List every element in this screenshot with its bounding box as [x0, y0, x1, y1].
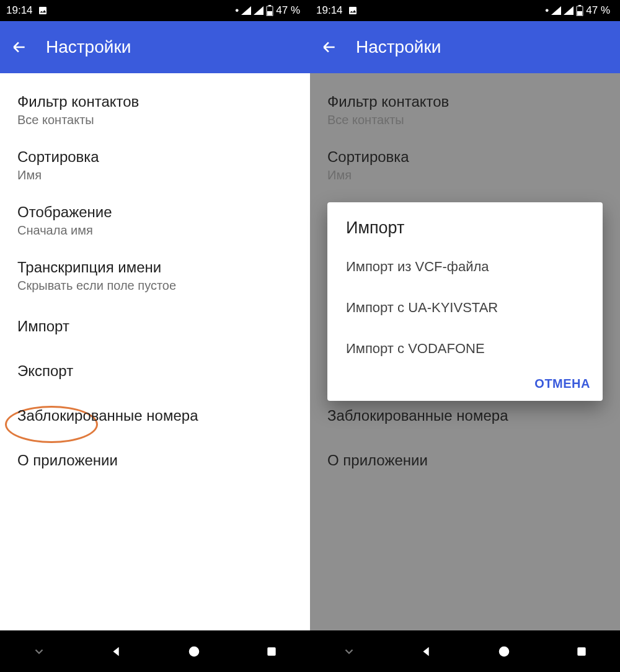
setting-subtitle: Имя	[17, 168, 293, 182]
import-dialog: Импорт Импорт из VCF-файла Импорт с UA-K…	[327, 202, 603, 401]
status-dot: •	[545, 4, 549, 17]
page-title: Настройки	[356, 37, 441, 57]
nav-back-icon[interactable]	[402, 645, 451, 658]
app-bar: Настройки	[0, 21, 310, 73]
setting-title: Сортировка	[17, 148, 293, 166]
status-dot: •	[235, 4, 239, 17]
setting-title: Заблокированные номера	[327, 407, 603, 424]
setting-about[interactable]: О приложении	[310, 438, 620, 483]
svg-rect-2	[268, 5, 271, 6]
svg-rect-6	[349, 7, 356, 14]
setting-about[interactable]: О приложении	[0, 438, 310, 483]
svg-rect-9	[577, 11, 582, 16]
signal-2-icon	[564, 6, 574, 15]
setting-subtitle: Все контакты	[17, 113, 293, 127]
dialog-option-vodafone[interactable]: Импорт с VODAFONE	[327, 328, 603, 369]
nav-back-icon[interactable]	[92, 645, 141, 658]
page-title: Настройки	[46, 37, 131, 57]
svg-point-10	[498, 646, 509, 656]
setting-phonetic[interactable]: Транскрипция имени Скрывать если поле пу…	[0, 249, 310, 304]
screenshot-icon	[38, 6, 48, 16]
svg-rect-5	[267, 647, 275, 655]
nav-recent-icon[interactable]	[557, 645, 606, 658]
nav-bar	[0, 630, 310, 672]
setting-title: Заблокированные номера	[17, 407, 293, 424]
setting-contact-filter[interactable]: Фильтр контактов Все контакты	[0, 83, 310, 138]
setting-subtitle: Имя	[327, 168, 603, 182]
dialog-title: Импорт	[327, 218, 603, 246]
nav-bar	[310, 630, 620, 672]
setting-subtitle: Все контакты	[327, 113, 603, 127]
svg-rect-11	[577, 647, 585, 655]
status-time: 19:14	[6, 4, 33, 17]
setting-title: Фильтр контактов	[327, 93, 603, 110]
setting-title: О приложении	[17, 452, 293, 469]
setting-title: Фильтр контактов	[17, 93, 293, 110]
nav-ime-icon[interactable]	[14, 645, 64, 658]
status-time: 19:14	[316, 4, 343, 17]
status-bar: 19:14 • 47 %	[310, 0, 620, 21]
setting-title: Экспорт	[17, 362, 293, 380]
screenshot-right: 19:14 • 47 % Настройки Фильтр конта	[310, 0, 620, 672]
setting-blocked[interactable]: Заблокированные номера	[0, 393, 310, 438]
screenshot-icon	[348, 6, 358, 16]
svg-rect-0	[39, 7, 46, 14]
status-battery-pct: 47 %	[276, 4, 300, 17]
settings-list[interactable]: Фильтр контактов Все контакты Сортировка…	[0, 73, 310, 630]
setting-title: Отображение	[17, 204, 293, 221]
battery-icon	[266, 5, 273, 16]
screenshot-left: 19:14 • 47 % Настройки Фильтр конта	[0, 0, 310, 672]
setting-title: Импорт	[17, 318, 293, 335]
back-icon[interactable]	[11, 39, 27, 55]
setting-title: Транскрипция имени	[17, 259, 293, 276]
battery-icon	[576, 5, 583, 16]
svg-rect-8	[578, 5, 581, 6]
app-bar: Настройки	[310, 21, 620, 73]
setting-sort[interactable]: Сортировка Имя	[0, 138, 310, 194]
setting-title: Сортировка	[327, 148, 603, 166]
setting-import[interactable]: Импорт	[0, 304, 310, 349]
setting-subtitle: Сначала имя	[17, 223, 293, 238]
status-bar: 19:14 • 47 %	[0, 0, 310, 21]
setting-export[interactable]: Экспорт	[0, 349, 310, 393]
nav-home-icon[interactable]	[479, 645, 529, 658]
svg-point-4	[188, 646, 199, 656]
signal-1-icon	[241, 6, 251, 15]
signal-1-icon	[551, 6, 561, 15]
nav-ime-icon[interactable]	[324, 645, 374, 658]
nav-recent-icon[interactable]	[247, 645, 296, 658]
status-battery-pct: 47 %	[586, 4, 610, 17]
dialog-cancel-button[interactable]: ОТМЕНА	[534, 377, 590, 391]
setting-display[interactable]: Отображение Сначала имя	[0, 194, 310, 249]
setting-subtitle: Скрывать если поле пустое	[17, 279, 293, 293]
dialog-option-vcf[interactable]: Импорт из VCF-файла	[327, 246, 603, 287]
dialog-option-kyivstar[interactable]: Импорт с UA-KYIVSTAR	[327, 287, 603, 328]
back-icon[interactable]	[321, 39, 337, 55]
setting-title: О приложении	[327, 452, 603, 469]
setting-sort[interactable]: Сортировка Имя	[310, 138, 620, 194]
signal-2-icon	[254, 6, 264, 15]
nav-home-icon[interactable]	[169, 645, 219, 658]
setting-contact-filter[interactable]: Фильтр контактов Все контакты	[310, 83, 620, 138]
svg-rect-3	[267, 11, 272, 16]
